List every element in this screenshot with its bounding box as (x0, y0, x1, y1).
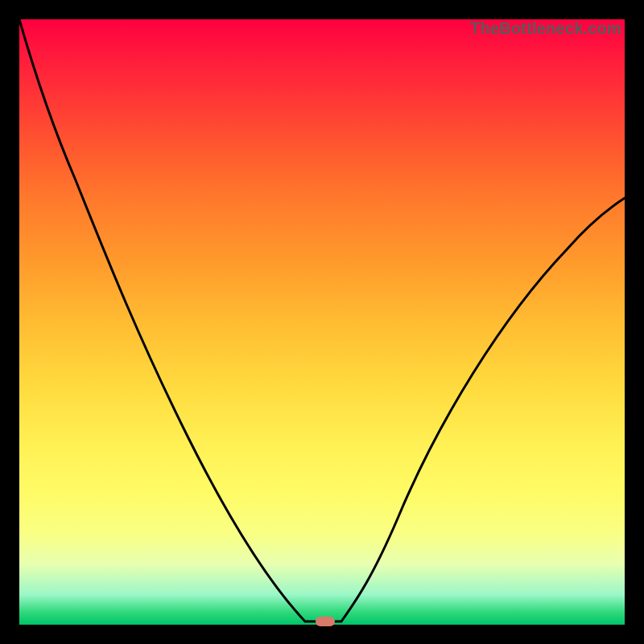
bottleneck-curve (19, 19, 625, 625)
optimum-marker (316, 617, 335, 626)
curve-path (19, 19, 625, 621)
